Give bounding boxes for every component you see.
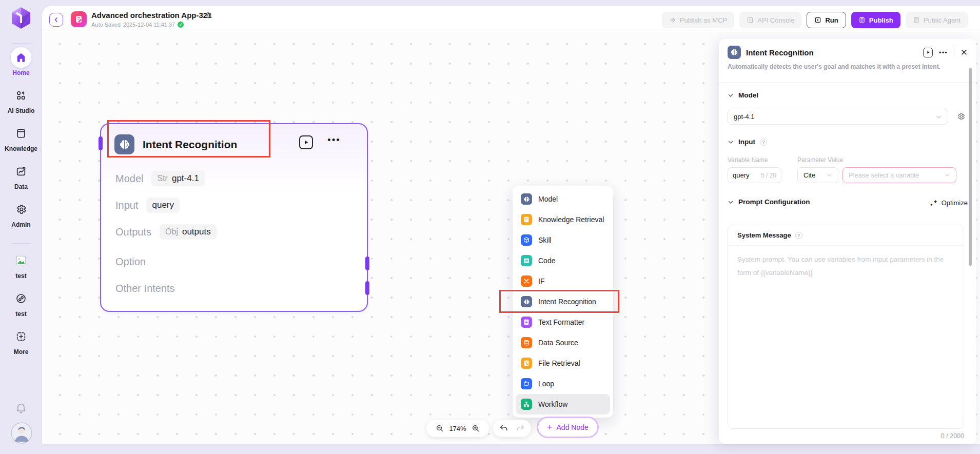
node-input-handle[interactable] (99, 136, 103, 150)
prompt-section-label: Prompt Configuration (738, 198, 810, 206)
divider (719, 82, 976, 83)
help-icon[interactable]: ? (760, 139, 767, 146)
menu-item-skill[interactable]: Skill (516, 230, 610, 250)
node-value-chip: Objoutputs (160, 224, 217, 240)
node-row-label: Outputs (115, 226, 151, 238)
node-option-handle[interactable] (365, 256, 369, 270)
node-value-chip: Strgpt-4.1 (151, 171, 204, 186)
redo-icon[interactable] (516, 424, 525, 433)
panel-title: Intent Recognition (746, 48, 814, 57)
intent-recognition-node[interactable]: Intent Recognition ••• ModelStrgpt-4.1In… (100, 123, 368, 312)
sidebar-item-test-1[interactable]: test (0, 250, 42, 280)
menu-item-workflow[interactable]: Workflow (516, 394, 610, 414)
menu-item-data-source[interactable]: Data Source (516, 332, 610, 353)
agent-icon (913, 16, 920, 24)
optimize-button[interactable]: ✦✦ Optimize (930, 199, 968, 207)
parameter-type-select[interactable]: Cite (797, 167, 838, 183)
panel-more-button[interactable]: ••• (939, 49, 948, 56)
node-row-label: Input (115, 200, 138, 211)
public-agent-label: Public Agent (924, 16, 961, 24)
publish-button[interactable]: Publish (851, 12, 900, 28)
input-section-header[interactable]: Input ? (728, 138, 767, 146)
knowledge-icon (11, 123, 31, 144)
menu-item-intent-recognition[interactable]: Intent Recognition (516, 291, 610, 312)
menu-item-label: Skill (538, 236, 552, 244)
variable-name-input[interactable]: query 5 / 20 (728, 167, 781, 183)
sidebar-item-label: Data (14, 183, 28, 190)
help-icon[interactable]: ? (795, 232, 802, 239)
variable-name-value: query (733, 171, 750, 179)
sidebar-divider (11, 43, 31, 44)
sidebar-nav: HomeAI StudioKnowledgeDataAdmintesttestM… (0, 47, 42, 364)
model-settings-gear-icon[interactable] (957, 112, 965, 121)
menu-item-text-formatter[interactable]: Text Formatter (516, 312, 610, 332)
add-node-button[interactable]: + Add Node (537, 417, 599, 438)
sidebar-item-home[interactable]: Home (0, 47, 42, 76)
node-row-label: Option (115, 256, 146, 268)
admin-icon (11, 199, 31, 220)
menu-item-label: Model (538, 195, 558, 203)
panel-scrollbar[interactable] (969, 68, 972, 266)
sidebar-item-admin[interactable]: Admin (0, 199, 42, 228)
zoom-level: 174% (449, 425, 466, 432)
image-icon (11, 250, 31, 271)
menu-item-loop[interactable]: Loop (516, 373, 610, 394)
menu-item-label: File Retrieval (538, 359, 580, 367)
system-message-label: System Message (737, 231, 791, 239)
data-icon (11, 161, 31, 182)
node-rows: ModelStrgpt-4.1InputqueryOutputsObjoutpu… (115, 165, 357, 302)
node-more-button[interactable]: ••• (327, 134, 341, 146)
run-label: Run (825, 16, 838, 24)
system-message-header: System Message ? (728, 225, 964, 246)
app-title: Advanced orchestration App-321 (91, 11, 212, 19)
model-select[interactable]: gpt-4.1 (728, 109, 948, 125)
back-button[interactable] (49, 13, 63, 27)
node-row-outputs: OutputsObjoutputs (115, 219, 357, 245)
node-run-button[interactable] (299, 135, 313, 149)
close-icon[interactable]: ✕ (961, 47, 968, 58)
publish-as-mcp-button: Publish as MCP (662, 12, 734, 28)
sidebar-item-data[interactable]: Data (0, 161, 42, 190)
file-retrieval-icon (521, 358, 532, 369)
undo-icon[interactable] (499, 424, 508, 433)
autosave-timestamp: 2025-12-04 11:41:37 (123, 22, 175, 28)
sidebar-item-knowledge[interactable]: Knowledge (0, 123, 42, 152)
menu-item-label: Text Formatter (538, 318, 584, 326)
system-message-textarea[interactable]: System prompt. You can use variables fro… (728, 246, 954, 287)
zoom-out-icon[interactable] (436, 424, 444, 432)
menu-item-label: IF (538, 277, 544, 285)
sidebar-item-more[interactable]: More (0, 326, 42, 356)
autosave-label: Auto Saved (91, 22, 121, 28)
variable-name-counter: 5 / 20 (761, 172, 776, 179)
notifications-bell-icon[interactable] (15, 402, 27, 414)
panel-run-button[interactable] (923, 48, 933, 57)
publish-as-mcp-label: Publish as MCP (680, 16, 727, 24)
user-avatar[interactable] (11, 422, 32, 444)
sidebar: HomeAI StudioKnowledgeDataAdmintesttestM… (0, 0, 42, 454)
menu-item-label: Knowledge Retrieval (538, 215, 604, 224)
chip-type: Str (157, 174, 167, 183)
menu-item-label: Loop (538, 380, 554, 388)
app-settings-gear-icon[interactable] (204, 11, 212, 19)
zoom-toolbar: 174% (426, 420, 489, 437)
data-source-icon (521, 337, 532, 348)
node-row-label: Other Intents (115, 283, 175, 294)
menu-item-model[interactable]: Model (516, 189, 610, 209)
chip-type: Obj (165, 227, 178, 236)
api-console-button: API Console (739, 12, 801, 28)
api-console-label: API Console (757, 16, 794, 24)
menu-item-if[interactable]: IF (516, 271, 610, 291)
model-section-header[interactable]: Model (728, 91, 758, 99)
zoom-in-icon[interactable] (472, 424, 480, 432)
menu-item-knowledge-retrieval[interactable]: Knowledge Retrieval (516, 209, 610, 230)
run-button[interactable]: Run (807, 12, 846, 28)
brand-logo-icon[interactable] (9, 6, 33, 31)
sidebar-item-test-2[interactable]: test (0, 288, 42, 318)
prompt-section-header[interactable]: Prompt Configuration (728, 198, 810, 206)
menu-item-file-retrieval[interactable]: File Retrieval (516, 353, 610, 373)
sidebar-item-ai-studio[interactable]: AI Studio (0, 85, 42, 114)
variable-select[interactable]: Please select a variable (842, 167, 956, 183)
menu-item-code[interactable]: Code (516, 250, 610, 271)
node-other-intents-handle[interactable] (365, 281, 369, 295)
sidebar-item-label: Home (12, 69, 29, 76)
